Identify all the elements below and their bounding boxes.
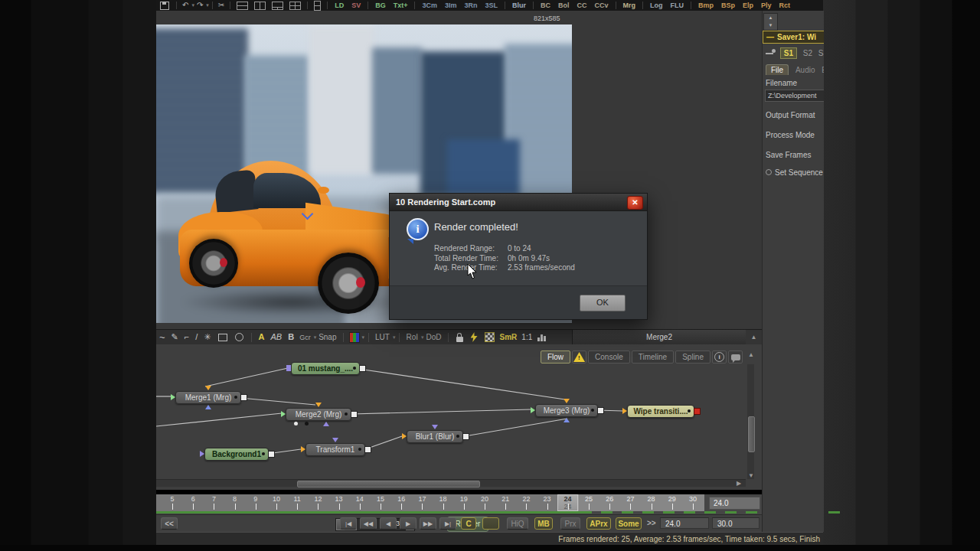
tool-shortcut-bol[interactable]: Bol — [558, 2, 570, 9]
spin-down-icon[interactable]: ▼ — [764, 21, 777, 29]
buffer-a-button[interactable]: A — [259, 331, 265, 344]
mask-input-port[interactable] — [205, 405, 211, 409]
output-port[interactable] — [359, 365, 366, 372]
pen-tool-icon[interactable]: ✎ — [172, 331, 178, 344]
tab-timeline[interactable]: Timeline — [632, 350, 674, 364]
tool-shortcut-3rn[interactable]: 3Rn — [465, 2, 478, 9]
gcr-button[interactable]: Gcr — [299, 334, 311, 341]
slot-s2-button[interactable]: S2 — [803, 49, 812, 57]
hiq-button[interactable]: HiQ — [507, 517, 528, 530]
channel-rgb-icon[interactable] — [349, 332, 360, 343]
dialog-titlebar[interactable]: 10 Rendering Start.comp ✕ — [390, 194, 647, 211]
image-input-port[interactable] — [301, 446, 305, 452]
lock-icon[interactable] — [456, 337, 463, 342]
output-port[interactable] — [351, 411, 358, 418]
output-port[interactable] — [364, 446, 371, 453]
mask-input-port[interactable] — [286, 365, 291, 371]
comments-tab[interactable] — [728, 350, 743, 364]
histogram-icon[interactable] — [537, 334, 546, 341]
output-port[interactable] — [268, 451, 275, 458]
layout-split-horizontal-icon[interactable] — [254, 2, 266, 10]
tab-export[interactable]: E — [822, 66, 824, 74]
panel-collapse-button[interactable]: ▲ — [746, 330, 762, 344]
node-wipe-transition[interactable]: Wipe transiti.... — [627, 405, 694, 418]
node-background1[interactable]: Background1 — [204, 448, 269, 461]
mb-button[interactable]: MB — [534, 517, 553, 530]
node-merge1[interactable]: Merge1 (Mrg) — [175, 391, 241, 404]
roi-button[interactable]: RoI — [406, 333, 418, 341]
polyline-tool-icon[interactable]: ⌐ — [185, 331, 189, 344]
tool-shortcut-mrg[interactable]: Mrg — [623, 2, 636, 9]
loop-button[interactable]: C — [461, 517, 476, 530]
scroll-right-icon[interactable]: ▶ — [737, 480, 741, 487]
foreground-input-port[interactable] — [315, 403, 322, 407]
buffer-b-button[interactable]: B — [288, 331, 294, 344]
lut-button[interactable]: LUT — [375, 333, 390, 341]
image-input-port[interactable] — [622, 408, 627, 414]
background-input-port[interactable] — [171, 394, 175, 400]
filename-input[interactable]: Z:\Development — [765, 90, 824, 102]
goto-start-button[interactable]: |◀ — [340, 517, 357, 530]
tool-shortcut-sv[interactable]: SV — [351, 2, 361, 9]
current-time-field[interactable]: 24.0 — [709, 497, 760, 510]
scrollbar-thumb[interactable] — [748, 416, 755, 452]
layout-split-vertical-icon[interactable] — [272, 2, 283, 10]
info-tab[interactable]: i — [712, 350, 727, 364]
line-tool-icon[interactable]: / — [195, 331, 198, 344]
tool-shortcut-flu[interactable]: FLU — [671, 2, 684, 9]
dod-button[interactable]: DoD — [426, 333, 442, 341]
tab-flow[interactable]: Flow — [541, 350, 570, 364]
channel-dropdown-icon[interactable]: ▾ — [362, 334, 365, 341]
pin-icon[interactable] — [766, 48, 773, 54]
background-input-port[interactable] — [531, 407, 535, 413]
background-input-port[interactable] — [281, 411, 286, 417]
flow-vertical-scrollbar[interactable] — [747, 364, 754, 479]
tool-shortcut-bmp[interactable]: Bmp — [698, 2, 714, 9]
output-port[interactable] — [240, 394, 247, 401]
step-forward-button[interactable]: ▶▶ — [420, 517, 436, 530]
tab-spline[interactable]: Spline — [675, 350, 710, 364]
aprx-button[interactable]: APrx — [586, 517, 611, 530]
tool-shortcut-elp[interactable]: Elp — [743, 2, 753, 9]
output-port[interactable] — [597, 407, 604, 414]
save-frames-section[interactable]: Save Frames — [766, 151, 811, 159]
ok-button[interactable]: OK — [580, 295, 626, 311]
tool-shortcut-3sl[interactable]: 3SL — [485, 2, 498, 9]
wand-tool-icon[interactable]: ✳ — [204, 331, 211, 344]
scrollbar-thumb[interactable] — [297, 481, 480, 487]
redo-icon[interactable]: ↷ — [197, 1, 203, 10]
scroll-down-icon[interactable]: ▼ — [748, 472, 754, 479]
active-node-title[interactable]: Merge2 — [572, 330, 746, 344]
tool-shortcut-bg[interactable]: BG — [375, 2, 386, 9]
foreground-input-port[interactable] — [205, 386, 211, 390]
ratio-button[interactable]: 1:1 — [521, 333, 532, 341]
slot-s3-button[interactable]: S3 — [818, 49, 824, 57]
node-transform1[interactable]: Transform1 — [305, 443, 365, 456]
audio-button[interactable] — [482, 517, 499, 530]
cut-icon[interactable]: ✂ — [218, 1, 224, 10]
rectangle-tool-icon[interactable] — [218, 334, 227, 341]
gcr-dropdown-icon[interactable]: ▾ — [314, 334, 317, 341]
play-button[interactable]: ▶ — [400, 517, 416, 530]
mask-input-port[interactable] — [332, 438, 338, 442]
tool-shortcut-3cm[interactable]: 3Cm — [422, 2, 437, 9]
some-button[interactable]: Some — [616, 517, 642, 530]
tool-shortcut-3im[interactable]: 3Im — [445, 2, 457, 9]
play-reverse-button[interactable]: ◀ — [380, 517, 397, 530]
scroll-up-icon[interactable]: ▲ — [748, 351, 754, 358]
tool-shortcut-ccv[interactable]: CCv — [595, 2, 609, 9]
tool-shortcut-log[interactable]: Log — [650, 2, 663, 9]
radio-icon[interactable] — [766, 169, 772, 175]
set-sequence-row[interactable]: Set Sequence — [766, 168, 823, 177]
smr-button[interactable]: SmR — [500, 333, 518, 341]
goto-end-button[interactable]: ▶| — [439, 517, 456, 530]
rewind-button[interactable]: << — [161, 517, 178, 530]
lut-dropdown-icon[interactable]: ▾ — [393, 334, 396, 341]
tool-shortcut-bsp[interactable]: BSp — [721, 2, 735, 9]
buffer-ab-button[interactable]: AB — [270, 331, 282, 344]
checker-icon[interactable] — [485, 332, 495, 342]
layout-single-icon[interactable] — [237, 2, 248, 10]
mask-input-port[interactable] — [200, 451, 204, 457]
tool-shortcut-blur[interactable]: Blur — [512, 2, 526, 9]
mask-input-port[interactable] — [432, 425, 438, 429]
